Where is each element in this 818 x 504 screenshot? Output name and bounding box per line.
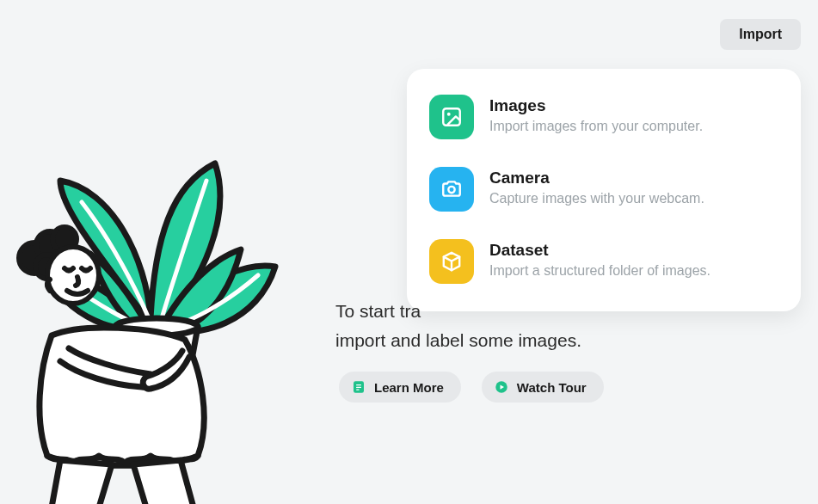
play-icon	[494, 379, 509, 395]
dropdown-item-desc: Import a structured folder of images.	[489, 263, 710, 279]
document-icon	[351, 379, 366, 395]
learn-more-label: Learn More	[374, 380, 444, 395]
image-icon	[429, 95, 474, 139]
import-dropdown: Images Import images from your computer.…	[407, 69, 801, 311]
dropdown-item-desc: Import images from your computer.	[489, 119, 703, 134]
watch-tour-label: Watch Tour	[517, 380, 587, 395]
camera-icon	[429, 167, 474, 212]
onboarding-text: To start tra import and label some image…	[335, 297, 766, 354]
import-button[interactable]: Import	[720, 19, 801, 50]
dropdown-item-dataset[interactable]: Dataset Import a structured folder of im…	[429, 225, 778, 289]
svg-point-8	[448, 187, 454, 193]
svg-rect-10	[356, 384, 361, 385]
onboarding-line-2: import and label some images.	[335, 330, 581, 350]
person-holding-plant-illustration	[0, 155, 310, 504]
onboarding-line-1: To start tra	[335, 301, 421, 321]
action-row: Learn More Watch Tour	[339, 372, 604, 403]
learn-more-button[interactable]: Learn More	[339, 372, 461, 403]
dropdown-item-title: Camera	[489, 169, 704, 187]
dropdown-item-title: Dataset	[489, 241, 710, 260]
dropdown-item-desc: Capture images with your webcam.	[489, 191, 704, 206]
svg-rect-12	[356, 389, 360, 390]
dropdown-item-camera[interactable]: Camera Capture images with your webcam.	[429, 153, 778, 225]
cube-icon	[429, 239, 474, 284]
watch-tour-button[interactable]: Watch Tour	[482, 372, 604, 403]
dropdown-item-images[interactable]: Images Import images from your computer.	[429, 89, 778, 153]
svg-point-7	[447, 113, 451, 116]
svg-rect-11	[356, 387, 361, 388]
dropdown-item-title: Images	[489, 96, 703, 115]
